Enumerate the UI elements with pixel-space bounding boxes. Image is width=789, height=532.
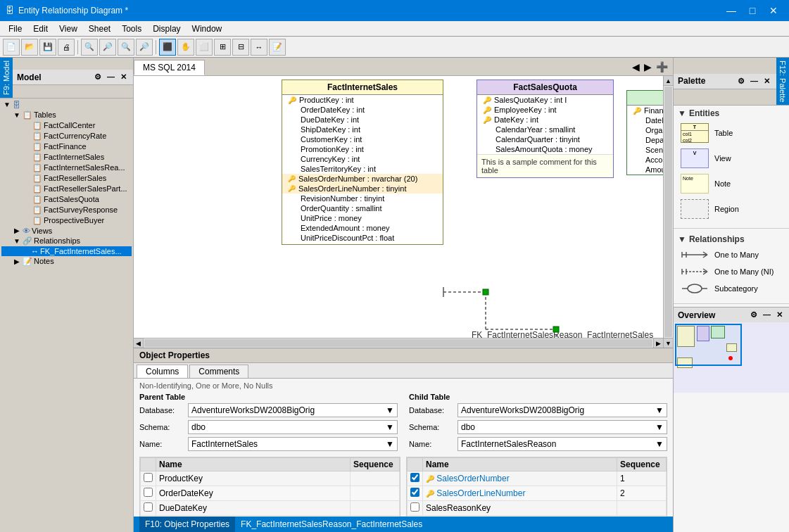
child-schema-dropdown[interactable]: ▼ [655, 422, 664, 432]
overview-min[interactable]: — [761, 310, 773, 320]
minimize-button[interactable]: — [721, 4, 741, 18]
parent-name-value[interactable]: FactInternetSales ▼ [188, 437, 398, 451]
tree-table-factreseller[interactable]: 📋FactResellerSales [21, 173, 132, 184]
parent-db-value[interactable]: AdventureWorksDW2008BigOrig ▼ [188, 403, 398, 417]
tree-table-factinternetrea[interactable]: 📋FactInternetSalesRea... [21, 163, 132, 173]
tree-notes-group[interactable]: ▶ 📝 Notes [1, 256, 132, 267]
scroll-up-btn[interactable]: ▲ [664, 76, 673, 86]
palette-thumb-onetomany [681, 249, 709, 260]
obj-props-tab-columns[interactable]: Columns [137, 365, 188, 378]
tree-table-factsurvey[interactable]: 📋FactSurveyResponse [21, 205, 132, 215]
obj-props-tab-comments[interactable]: Comments [189, 365, 248, 378]
hscroll-thumb[interactable] [144, 339, 652, 347]
tree-expand-root[interactable]: ▼ [3, 101, 11, 108]
child-col-cb-2[interactable] [410, 502, 419, 512]
table-factinternetsales[interactable]: FactInternetSales 🔑 ProductKey : int Ord… [282, 80, 443, 245]
tb-zoom-in2[interactable]: 🔎 [136, 39, 153, 56]
tb-zoom-out2[interactable]: 🔎 [99, 39, 116, 56]
tb-zoom-in1[interactable]: 🔍 [118, 39, 134, 56]
child-col-cb-0[interactable] [410, 473, 419, 482]
parent-col-cb-0[interactable] [144, 473, 153, 482]
tree-table-factsalesquota[interactable]: 📋FactSalesQuota [21, 194, 132, 205]
close-button[interactable]: ✕ [764, 4, 783, 18]
f9-model-tab[interactable]: F9: Model [0, 58, 13, 98]
maximize-button[interactable]: □ [743, 4, 762, 18]
tree-table-factcallcenter[interactable]: 📋FactCallCenter [21, 120, 132, 131]
diagram-tab-mssql[interactable]: MS SQL 2014 [134, 60, 205, 75]
parent-schema-value[interactable]: dbo ▼ [188, 420, 398, 434]
tree-views-group[interactable]: ▶ 👁 Views [1, 226, 132, 236]
tb-new[interactable]: 📄 [3, 39, 20, 56]
palette-entities-expand[interactable]: ▼ [678, 108, 686, 118]
panel-close[interactable]: ✕ [118, 72, 129, 82]
palette-item-one-many-ni[interactable]: One to Many (NI) [678, 264, 785, 279]
palette-min[interactable]: — [748, 76, 760, 87]
tb-select[interactable]: ⬛ [159, 39, 176, 56]
tb-save[interactable]: 💾 [39, 39, 56, 56]
palette-item-note[interactable]: Note Note [678, 172, 785, 196]
tree-expand-tables[interactable]: ▼ [13, 111, 21, 119]
tree-tables-group[interactable]: ▼ 📋 Tables [1, 110, 132, 120]
overview-canvas[interactable] [674, 322, 789, 393]
tree-table-factfinance[interactable]: 📋FactFinance [21, 141, 132, 152]
menu-tools[interactable]: Tools [116, 23, 147, 35]
child-schema-value[interactable]: dbo ▼ [457, 420, 667, 434]
palette-item-region[interactable]: Region [678, 197, 785, 221]
parent-db-dropdown[interactable]: ▼ [386, 405, 394, 415]
tb-note[interactable]: 📝 [269, 39, 286, 56]
overview-gear[interactable]: ⚙ [748, 310, 759, 320]
canvas-hscrollbar[interactable]: ◀ ▶ [134, 338, 663, 348]
tree-table-prospective[interactable]: 📋ProspectiveBuyer [21, 215, 132, 226]
parent-schema-dropdown[interactable]: ▼ [386, 422, 394, 432]
menu-window[interactable]: Window [187, 23, 228, 35]
palette-item-view[interactable]: V View [678, 146, 785, 170]
table-factsalesquota[interactable]: FactSalesQuota 🔑 SalesQuotaKey : int I 🔑… [476, 80, 614, 178]
diagram-nav-add[interactable]: ➕ [654, 61, 670, 72]
menu-file[interactable]: File [3, 23, 27, 35]
tb-table[interactable]: ⊞ [214, 39, 231, 56]
status-tab-objprops[interactable]: F10: Object Properties [139, 517, 235, 532]
tb-eraser[interactable]: ⬜ [196, 39, 213, 56]
tb-col[interactable]: ⊟ [232, 39, 249, 56]
child-col-cb-1[interactable] [410, 488, 419, 497]
palette-rels-expand[interactable]: ▼ [678, 234, 686, 244]
overview-close[interactable]: ✕ [774, 310, 785, 320]
child-name-value[interactable]: FactInternetSalesReason ▼ [457, 437, 667, 451]
menu-edit[interactable]: Edit [27, 23, 53, 35]
diagram-nav-back[interactable]: ◀ [630, 61, 642, 72]
palette-item-subcategory[interactable]: Subcategory [678, 281, 785, 296]
tb-print[interactable]: 🖨 [58, 39, 75, 56]
tb-rel[interactable]: ↔ [251, 39, 267, 56]
canvas-scrollbar[interactable]: ▲ ▼ [663, 76, 673, 348]
palette-item-table[interactable]: T col1 col2 Table [678, 121, 785, 145]
palette-close[interactable]: ✕ [762, 76, 772, 87]
tree-table-factinternetsales[interactable]: 📋FactInternetSales [21, 152, 132, 163]
tb-hand[interactable]: ✋ [177, 39, 194, 56]
menu-display[interactable]: Display [147, 23, 186, 35]
tree-rel-fk[interactable]: ↔ FK_FactInternetSales... [1, 246, 132, 256]
tb-open[interactable]: 📂 [21, 39, 38, 56]
tree-table-factcurrencyrate[interactable]: 📋FactCurrencyRate [21, 131, 132, 141]
scroll-down-btn[interactable]: ▼ [664, 338, 673, 348]
child-name-dropdown[interactable]: ▼ [655, 439, 664, 449]
parent-col-cb-1[interactable] [144, 488, 153, 497]
parent-name-dropdown[interactable]: ▼ [386, 439, 394, 449]
scroll-thumb[interactable] [664, 87, 672, 337]
panel-gear[interactable]: ⚙ [92, 72, 103, 82]
child-db-value[interactable]: AdventureWorksDW2008BigOrig ▼ [457, 403, 667, 417]
tree-table-factresellerpart[interactable]: 📋FactResellerSalesPart... [21, 184, 132, 194]
menu-view[interactable]: View [53, 23, 83, 35]
tree-root[interactable]: ▼ 🗄 [1, 100, 132, 110]
f12-palette-tab[interactable]: F12: Palette [776, 58, 789, 105]
child-db-dropdown[interactable]: ▼ [655, 405, 664, 415]
menu-sheet[interactable]: Sheet [83, 23, 116, 35]
scroll-left-btn[interactable]: ◀ [134, 338, 144, 348]
scroll-right-btn[interactable]: ▶ [653, 338, 663, 348]
diagram-nav-fwd[interactable]: ▶ [642, 61, 654, 72]
tree-relationships-group[interactable]: ▼ 🔗 Relationships [1, 236, 132, 246]
panel-min[interactable]: — [105, 72, 117, 82]
palette-gear[interactable]: ⚙ [736, 76, 747, 87]
palette-item-one-many[interactable]: One to Many [678, 247, 785, 262]
parent-col-cb-2[interactable] [144, 502, 153, 512]
tb-zoom-out1[interactable]: 🔍 [81, 39, 98, 56]
